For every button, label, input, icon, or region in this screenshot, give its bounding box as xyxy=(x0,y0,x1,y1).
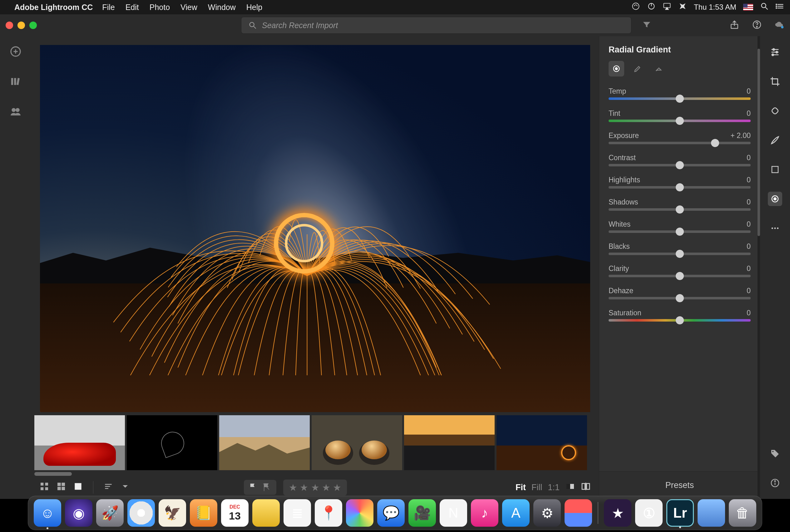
dock-app-settings[interactable]: ⚙ xyxy=(533,499,561,527)
wildlife-icon[interactable] xyxy=(678,2,687,13)
slider-clarity: Clarity0 xyxy=(608,264,751,277)
dock-app-launchpad[interactable]: 🚀 xyxy=(96,499,124,527)
dock-app-downloads[interactable] xyxy=(698,499,725,527)
slider-track-whites[interactable] xyxy=(608,230,751,233)
dock-app-photos[interactable] xyxy=(346,499,374,527)
presets-section-header[interactable]: Presets xyxy=(599,471,760,499)
svg-point-0 xyxy=(632,3,639,10)
menu-file[interactable]: File xyxy=(102,3,115,12)
slider-knob-saturation[interactable] xyxy=(676,316,684,324)
dock-running-indicator xyxy=(679,526,681,528)
slider-label-blacks: Blacks xyxy=(608,242,630,251)
slider-label-dehaze: Dehaze xyxy=(608,287,633,295)
slider-value-highlights: 0 xyxy=(747,176,751,184)
slider-value-exposure: + 2.00 xyxy=(730,131,751,140)
dock-app-appstore[interactable]: A xyxy=(502,499,530,527)
menu-window[interactable]: Window xyxy=(208,3,236,12)
slider-track-clarity[interactable] xyxy=(608,275,751,277)
dock-app-notes[interactable] xyxy=(252,499,280,527)
slider-track-temp[interactable] xyxy=(608,97,751,100)
slider-value-tint: 0 xyxy=(747,109,751,118)
dock-app-1password[interactable]: ① xyxy=(635,499,663,527)
slider-whites: Whites0 xyxy=(608,220,751,233)
dock-app-imovie[interactable]: ★ xyxy=(604,499,632,527)
slider-label-temp: Temp xyxy=(608,87,626,96)
slider-knob-temp[interactable] xyxy=(676,95,684,103)
dock-app-maps[interactable]: 📍 xyxy=(315,499,342,527)
slider-value-shadows: 0 xyxy=(747,198,751,206)
slider-value-saturation: 0 xyxy=(747,309,751,317)
dock-app-mail[interactable]: 🦅 xyxy=(158,499,186,527)
mask-erase-button[interactable] xyxy=(651,61,667,76)
menubar-clock[interactable]: Thu 1:53 AM xyxy=(694,3,736,12)
panel-scrollbar[interactable] xyxy=(757,36,760,499)
slider-knob-highlights[interactable] xyxy=(676,183,684,191)
dock-app-finder[interactable]: ☺ xyxy=(34,499,61,527)
slider-value-temp: 0 xyxy=(747,87,751,96)
slider-track-saturation[interactable] xyxy=(608,319,751,322)
slider-knob-tint[interactable] xyxy=(676,117,684,125)
slider-track-exposure[interactable] xyxy=(608,142,751,144)
dock-app-itunes[interactable]: ♪ xyxy=(471,499,499,527)
dock-app-messages[interactable]: 💬 xyxy=(377,499,405,527)
dock-app-contacts[interactable]: 📒 xyxy=(190,499,217,527)
menu-edit[interactable]: Edit xyxy=(126,3,139,12)
slider-knob-exposure[interactable] xyxy=(711,139,719,147)
slider-highlights: Highlights0 xyxy=(608,176,751,189)
slider-dehaze: Dehaze0 xyxy=(608,287,751,299)
power-icon[interactable] xyxy=(647,2,656,13)
slider-label-highlights: Highlights xyxy=(608,176,640,184)
slider-label-tint: Tint xyxy=(608,109,620,118)
dock-app-reminders[interactable]: ≣ xyxy=(284,499,311,527)
slider-knob-blacks[interactable] xyxy=(676,250,684,258)
slider-track-dehaze[interactable] xyxy=(608,297,751,299)
slider-track-contrast[interactable] xyxy=(608,164,751,166)
svg-point-12 xyxy=(776,8,776,8)
slider-track-tint[interactable] xyxy=(608,119,751,122)
dock-separator xyxy=(598,502,598,524)
notification-center-icon[interactable] xyxy=(776,2,784,13)
dock-app-facetime[interactable]: 🎥 xyxy=(409,499,436,527)
menu-photo[interactable]: Photo xyxy=(150,3,170,12)
menu-view[interactable]: View xyxy=(181,3,198,12)
mask-brush-button[interactable] xyxy=(630,61,645,76)
dock-app-news[interactable]: N xyxy=(440,499,467,527)
dock-app-lightroom[interactable]: Lr xyxy=(666,499,694,527)
app-name[interactable]: Adobe Lightroom CC xyxy=(14,3,93,12)
slider-value-blacks: 0 xyxy=(747,242,751,251)
slider-saturation: Saturation0 xyxy=(608,309,751,322)
svg-point-11 xyxy=(776,6,776,6)
mask-new-button[interactable] xyxy=(608,61,624,76)
slider-label-whites: Whites xyxy=(608,220,631,229)
rating-picker[interactable]: ★ ★ ★ ★ ★ xyxy=(283,479,347,495)
slider-value-clarity: 0 xyxy=(747,264,751,273)
dock-app-trash[interactable]: 🗑 xyxy=(729,499,756,527)
slider-track-blacks[interactable] xyxy=(608,252,751,255)
slider-track-shadows[interactable] xyxy=(608,208,751,211)
slider-blacks: Blacks0 xyxy=(608,242,751,255)
panel-title: Radial Gradient xyxy=(599,36,760,61)
dock-app-safari[interactable] xyxy=(127,499,155,527)
svg-point-5 xyxy=(761,3,766,8)
macos-dock: ☺◉🚀🦅📒DEC13≣📍💬🎥N♪A⚙★①Lr🗑 xyxy=(28,496,762,530)
slider-knob-whites[interactable] xyxy=(676,228,684,236)
svg-line-6 xyxy=(766,7,768,10)
svg-point-10 xyxy=(776,4,776,5)
slider-track-highlights[interactable] xyxy=(608,186,751,189)
slider-label-contrast: Contrast xyxy=(608,154,636,162)
slider-knob-contrast[interactable] xyxy=(676,161,684,169)
slider-knob-clarity[interactable] xyxy=(676,272,684,280)
airplay-icon[interactable] xyxy=(663,2,671,13)
creative-cloud-icon[interactable] xyxy=(632,2,640,13)
slider-knob-shadows[interactable] xyxy=(676,205,684,213)
spotlight-icon[interactable] xyxy=(760,2,769,13)
dock-app-siri[interactable]: ◉ xyxy=(65,499,92,527)
menu-help[interactable]: Help xyxy=(246,3,262,12)
dock-app-magnet[interactable] xyxy=(565,499,592,527)
bottom-toolbar: ★ ★ ★ ★ ★ Fit Fill 1:1 xyxy=(31,476,599,499)
slider-knob-dehaze[interactable] xyxy=(676,294,684,302)
slider-contrast: Contrast0 xyxy=(608,154,751,166)
dock-app-calendar[interactable]: DEC13 xyxy=(221,499,248,527)
slider-exposure: Exposure+ 2.00 xyxy=(608,131,751,144)
input-source-flag-icon[interactable] xyxy=(743,4,753,11)
